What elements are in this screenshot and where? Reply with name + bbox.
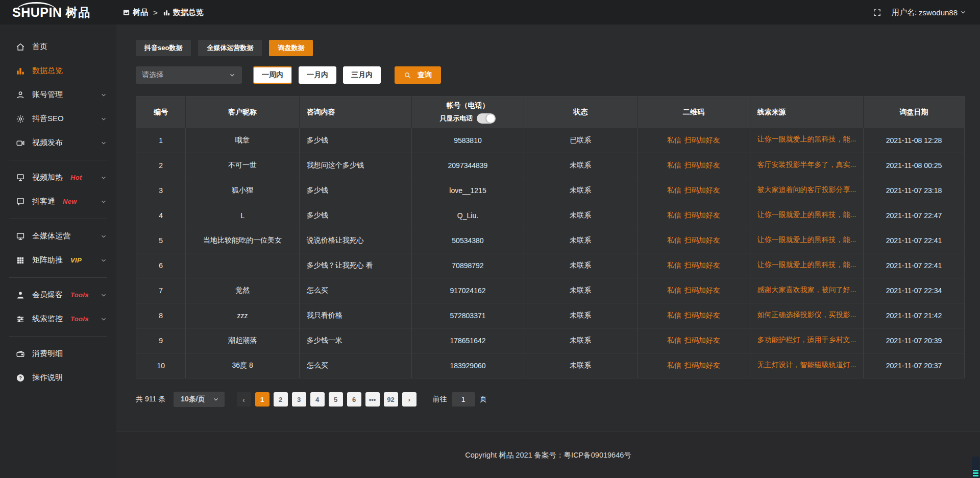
scan-add-friend-link[interactable]: 扫码加好友 [684,211,720,219]
source-link[interactable]: 让你一眼就爱上的黑科技，能... [757,260,856,270]
sidebar-item-线索监控[interactable]: 线索监控Tools [0,307,116,331]
sidebar-item-label: 线索监控 [32,314,63,324]
cell-id: 4 [136,203,186,228]
page-button-3[interactable]: 3 [292,392,306,407]
filter-select-value: 请选择 [142,70,163,80]
sidebar-item-抖客通[interactable]: 抖客通New [0,189,116,213]
private-msg-link[interactable]: 私信 [667,336,681,344]
cell-nickname: 哦章 [186,128,299,153]
scan-add-friend-link[interactable]: 扫码加好友 [684,286,720,294]
page-size-select[interactable]: 10条/页 [174,392,224,407]
tab-询盘数据[interactable]: 询盘数据 [269,40,313,56]
clue-sliders-icon [15,315,26,324]
tab-全媒体运营数据[interactable]: 全媒体运营数据 [198,40,262,56]
scan-add-friend-link[interactable]: 扫码加好友 [684,161,720,169]
page-button-5[interactable]: 5 [329,392,343,407]
goto-page: 前往 页 [433,392,487,407]
gear-icon [15,114,26,124]
goto-page-input[interactable] [452,392,475,407]
source-link[interactable]: 客厅安装投影半年多了，真实... [757,160,856,170]
table-row: 8zzz我只看价格572803371未联系私信扫码加好友如何正确选择投影仪，买投… [136,303,965,328]
source-link[interactable]: 让你一眼就爱上的黑科技，能... [757,235,856,245]
sidebar-item-视频加热[interactable]: 视频加热Hot [0,165,116,189]
chevron-down-icon [100,316,107,323]
cell-status: 未联系 [524,278,637,303]
private-msg-link[interactable]: 私信 [667,136,681,144]
period-button-一月内[interactable]: 一月内 [299,66,336,84]
scan-add-friend-link[interactable]: 扫码加好友 [684,336,720,344]
scan-add-friend-link[interactable]: 扫码加好友 [684,186,720,194]
prev-page-button[interactable]: ‹ [237,392,251,407]
period-button-三月内[interactable]: 三月内 [343,66,381,84]
next-page-button[interactable]: › [402,392,416,407]
query-button[interactable]: 查询 [395,66,441,84]
cell-status: 已联系 [524,128,637,153]
sidebar-item-会员爆客[interactable]: 会员爆客Tools [0,283,116,307]
tab-抖音seo数据[interactable]: 抖音seo数据 [136,40,191,56]
sidebar-item-抖音SEO[interactable]: 抖音SEO [0,107,116,131]
sidebar-divider [9,336,107,337]
cell-id: 8 [136,303,186,328]
page-button-4[interactable]: 4 [310,392,325,407]
scan-add-friend-link[interactable]: 扫码加好友 [684,236,720,244]
phone-only-toggle[interactable] [477,113,496,124]
scan-add-friend-link[interactable]: 扫码加好友 [684,136,720,144]
sidebar-item-全媒体运营[interactable]: 全媒体运营 [0,224,116,248]
chevron-down-icon [212,396,219,403]
logo[interactable]: SHUPIN 树品 [0,5,116,20]
breadcrumb-current[interactable]: 数据总览 [173,8,204,17]
cell-date: 2021-11-07 23:18 [863,178,964,203]
chevron-down-icon [960,9,967,16]
scan-add-friend-link[interactable]: 扫码加好友 [684,361,720,369]
sidebar-item-首页[interactable]: 首页 [0,35,116,59]
filter-select[interactable]: 请选择 [136,66,242,84]
private-msg-link[interactable]: 私信 [667,311,681,319]
app-window-icon [122,9,130,16]
cell-date: 2021-11-07 22:47 [863,203,964,228]
svg-text:?: ? [19,375,22,380]
cell-id: 6 [136,253,186,278]
private-msg-link[interactable]: 私信 [667,361,681,369]
breadcrumb-root[interactable]: 树品 [133,8,148,17]
page-button-6[interactable]: 6 [347,392,361,407]
source-link[interactable]: 多功能护栏灯，适用于乡村文... [757,336,856,345]
page-button-2[interactable]: 2 [274,392,288,407]
cell-content: 多少钱 [299,128,412,153]
page-button-92[interactable]: 92 [384,392,398,407]
period-button-一周内[interactable]: 一周内 [253,66,292,84]
sidebar-item-label: 首页 [32,42,47,52]
source-link[interactable]: 无主灯设计，智能磁吸轨道灯... [757,361,856,370]
source-link[interactable]: 感谢大家喜欢我家，被问了好... [757,285,856,295]
private-msg-link[interactable]: 私信 [667,286,681,294]
private-msg-link[interactable]: 私信 [667,236,681,244]
private-msg-link[interactable]: 私信 [667,161,681,169]
sidebar-item-消费明细[interactable]: 消费明细 [0,342,116,366]
fullscreen-icon[interactable] [873,8,881,17]
page-ellipsis-button[interactable]: ••• [365,392,380,407]
cell-source: 无主灯设计，智能磁吸轨道灯... [750,353,863,378]
cell-content: 多少钱？让我死心 看 [299,253,412,278]
source-link[interactable]: 让你一眼就爱上的黑科技，能... [757,135,856,144]
page-button-1[interactable]: 1 [255,392,270,407]
sidebar-item-矩阵助推[interactable]: 矩阵助推VIP [0,248,116,272]
cell-status: 未联系 [524,353,637,378]
private-msg-link[interactable]: 私信 [667,211,681,219]
sidebar-item-操作说明[interactable]: ?操作说明 [0,366,116,390]
cell-id: 9 [136,328,186,353]
scan-add-friend-link[interactable]: 扫码加好友 [684,311,720,319]
floating-widget[interactable] [972,457,979,478]
table-header-row: 编号客户昵称咨询内容帐号（电话）只显示电话状态二维码线索来源询盘日期 [136,97,965,128]
sidebar-item-账号管理[interactable]: 账号管理 [0,83,116,107]
scan-add-friend-link[interactable]: 扫码加好友 [684,261,720,269]
source-link[interactable]: 让你一眼就爱上的黑科技，能... [757,210,856,220]
source-link[interactable]: 被大家追着问的客厅投影分享... [757,185,856,195]
private-msg-link[interactable]: 私信 [667,261,681,269]
user-menu[interactable]: 用户名: zswodun88 [892,8,967,17]
private-msg-link[interactable]: 私信 [667,186,681,194]
cell-content: 多少钱 [299,203,412,228]
cell-account: 70898792 [412,253,524,278]
sidebar-item-数据总览[interactable]: 数据总览 [0,59,116,83]
cell-id: 7 [136,278,186,303]
source-link[interactable]: 如何正确选择投影仪，买投影... [757,310,856,320]
sidebar-item-视频发布[interactable]: 视频发布 [0,131,116,155]
